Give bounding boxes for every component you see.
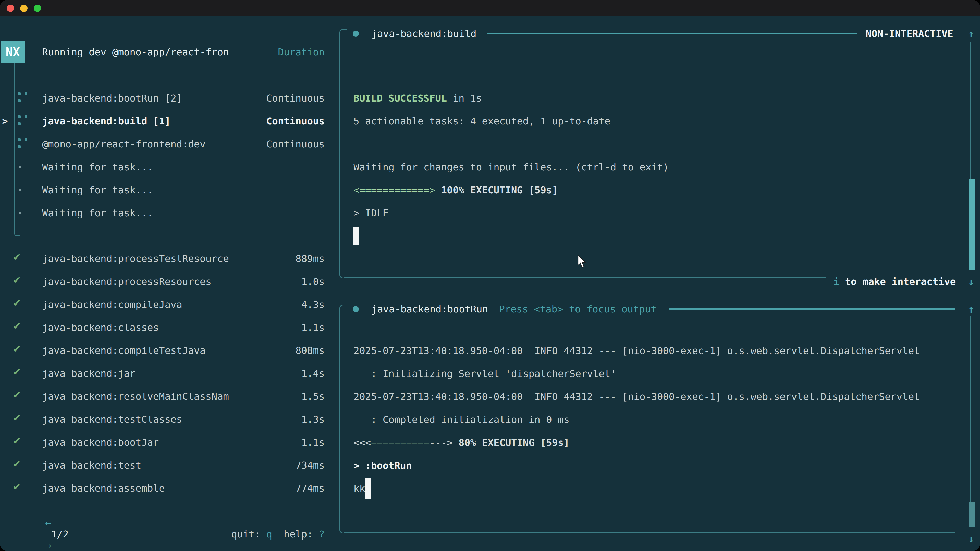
terminal-window: NX Running dev @mono-app/react-fron Dura…	[0, 0, 980, 551]
task-label: java-backend:compileTestJava	[42, 345, 206, 356]
check-icon: ✔	[13, 251, 21, 263]
task-row[interactable]: ✔ java-backend:test 734ms	[0, 454, 339, 477]
task-label: java-backend:processResources	[42, 276, 211, 287]
blank-line	[353, 133, 961, 156]
page-prev-icon[interactable]: ←	[45, 517, 51, 529]
bootrun-scrollbar-track[interactable]	[970, 316, 974, 502]
bootrun-input-line[interactable]: kk	[353, 477, 961, 500]
log-line: 2025-07-23T13:40:18.950-04:00 INFO 44312…	[353, 385, 961, 408]
task-duration: 1.1s	[301, 437, 325, 448]
task-row[interactable]: ✔ java-backend:processTestResource 889ms	[0, 247, 339, 270]
help-label: help:	[272, 529, 319, 540]
maximize-button[interactable]	[34, 5, 41, 12]
build-progress-bar: <============> 100% EXECUTING [59s]	[353, 179, 961, 202]
bootrun-scrollbar-thumb[interactable]	[969, 502, 975, 527]
build-panel-dot-icon	[353, 30, 359, 37]
terminal-cursor	[353, 227, 359, 245]
terminal-cursor	[365, 478, 371, 499]
task-label: Waiting for task...	[42, 184, 153, 196]
sidebar-title: Running dev @mono-app/react-fron	[42, 46, 229, 58]
running-task-list: java-backend:bootRun [2] Continuous > ja…	[0, 87, 339, 224]
check-icon: ✔	[13, 435, 21, 446]
build-panel-border	[339, 38, 348, 278]
task-row[interactable]: ✔ java-backend:compileTestJava 808ms	[0, 339, 339, 362]
pagination: ← 1/2 →	[10, 506, 75, 551]
task-row[interactable]: > java-backend:build [1] Continuous	[0, 110, 339, 133]
task-duration: 889ms	[296, 253, 325, 264]
build-cursor-line	[353, 224, 961, 248]
build-panel-title-rule	[487, 33, 858, 34]
task-row[interactable]: @mono-app/react-frontend:dev Continuous	[0, 133, 339, 156]
task-row[interactable]: Waiting for task...	[0, 156, 339, 179]
task-label: java-backend:build [1]	[42, 116, 170, 127]
check-icon: ✔	[13, 412, 21, 424]
task-row[interactable]: Waiting for task...	[0, 179, 339, 202]
task-row[interactable]: java-backend:bootRun [2] Continuous	[0, 87, 339, 110]
build-panel-mode-badge: NON-INTERACTIVE	[865, 27, 953, 41]
task-label: java-backend:bootJar	[42, 437, 159, 448]
task-duration: 1.1s	[301, 322, 325, 333]
task-label: java-backend:jar	[42, 368, 135, 379]
task-status: Continuous	[266, 116, 325, 127]
bootrun-focus-hint: Press <tab> to focus output	[499, 302, 657, 316]
waiting-dot-icon	[19, 212, 21, 214]
task-status: Continuous	[266, 93, 325, 104]
task-row[interactable]: ✔ java-backend:jar 1.4s	[0, 362, 339, 385]
log-line: : Completed initialization in 0 ms	[353, 408, 961, 431]
check-icon: ✔	[13, 366, 21, 378]
build-scroll-down-icon[interactable]: ↓	[968, 275, 974, 289]
waiting-dot-icon	[19, 189, 21, 191]
log-line: : Initializing Servlet 'dispatcherServle…	[353, 362, 961, 385]
task-duration: 1.0s	[301, 276, 325, 287]
task-label: java-backend:assemble	[42, 483, 165, 494]
task-duration: 734ms	[296, 460, 325, 471]
task-label: java-backend:compileJava	[42, 299, 182, 310]
task-duration: 774ms	[296, 483, 325, 494]
bootrun-panel-title: java-backend:bootRun	[371, 302, 488, 316]
mouse-cursor	[577, 255, 587, 271]
task-row[interactable]: ✔ java-backend:classes 1.1s	[0, 316, 339, 339]
build-success-line: BUILD SUCCESSFUL in 1s	[353, 87, 961, 110]
interactive-hint: i to make interactive	[833, 275, 956, 289]
duration-column-header: Duration	[278, 46, 325, 58]
task-row[interactable]: ✔ java-backend:compileJava 4.3s	[0, 293, 339, 316]
bootrun-scroll-up-icon[interactable]: ↑	[968, 302, 974, 316]
task-label: java-backend:test	[42, 460, 142, 471]
close-button[interactable]	[6, 5, 14, 12]
check-icon: ✔	[13, 481, 21, 492]
check-icon: ✔	[13, 343, 21, 354]
task-row[interactable]: ✔ java-backend:testClasses 1.3s	[0, 408, 339, 431]
completed-task-list: ✔ java-backend:processTestResource 889ms…	[0, 247, 339, 500]
task-row[interactable]: ✔ java-backend:resolveMainClassNam 1.5s	[0, 385, 339, 408]
page-indicator: 1/2	[45, 529, 74, 540]
task-duration: 808ms	[296, 345, 325, 356]
interactive-hint-key: i	[833, 276, 839, 287]
build-panel-output: BUILD SUCCESSFUL in 1s 5 actionable task…	[353, 87, 961, 248]
bootrun-panel-bottom-border	[344, 532, 956, 533]
quit-label: quit:	[231, 529, 266, 540]
page-next-icon[interactable]: →	[45, 540, 51, 551]
titlebar	[0, 0, 980, 16]
task-label: java-backend:testClasses	[42, 414, 182, 425]
task-row[interactable]: Waiting for task...	[0, 202, 339, 224]
build-panel-bottom-border	[344, 277, 826, 278]
task-duration: 1.5s	[301, 391, 325, 402]
task-row[interactable]: ✔ java-backend:assemble 774ms	[0, 477, 339, 500]
build-panel-title: java-backend:build	[371, 27, 476, 41]
typed-input: kk	[353, 483, 365, 494]
minimize-button[interactable]	[20, 5, 27, 12]
check-icon: ✔	[13, 321, 21, 332]
task-label: @mono-app/react-frontend:dev	[42, 138, 206, 150]
build-idle-line: > IDLE	[353, 202, 961, 224]
build-waiting-line: Waiting for changes to input files... (c…	[353, 156, 961, 179]
task-row[interactable]: ✔ java-backend:processResources 1.0s	[0, 270, 339, 293]
task-label: Waiting for task...	[42, 207, 153, 219]
task-row[interactable]: ✔ java-backend:bootJar 1.1s	[0, 431, 339, 454]
task-label: java-backend:bootRun [2]	[42, 93, 182, 104]
build-summary-line: 5 actionable tasks: 4 executed, 1 up-to-…	[353, 110, 961, 133]
build-scrollbar-thumb[interactable]	[969, 179, 975, 270]
bootrun-scroll-down-icon[interactable]: ↓	[968, 532, 974, 546]
bootrun-panel-dot-icon	[353, 306, 359, 312]
build-scroll-up-icon[interactable]: ↑	[968, 27, 974, 41]
task-label: java-backend:classes	[42, 322, 159, 333]
